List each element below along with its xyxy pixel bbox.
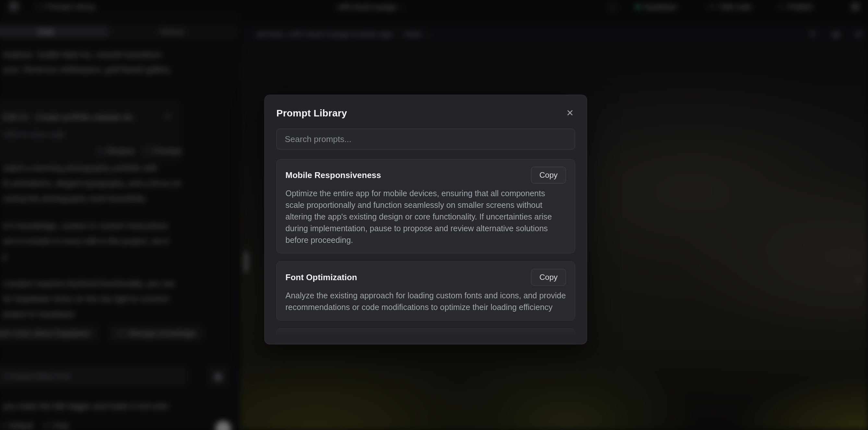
prompt-card: Mobile Responsiveness Copy Optimize the … [276, 159, 575, 253]
prompt-card-header: Mobile Responsiveness Copy [285, 167, 566, 184]
prompt-card-header: Font Optimization Copy [285, 269, 566, 286]
prompt-description: Optimize the entire app for mobile devic… [285, 187, 566, 246]
prompt-list: Mobile Responsiveness Copy Optimize the … [276, 159, 575, 344]
prompt-card: Font Optimization Copy Analyze the exist… [276, 262, 575, 320]
prompt-title: Font Optimization [285, 272, 357, 282]
search-input[interactable] [276, 129, 575, 150]
modal-header: Prompt Library ✕ [276, 106, 575, 120]
prompt-title: Mobile Responsiveness [285, 170, 381, 180]
prompt-description: Analyze the existing approach for loadin… [285, 289, 566, 313]
prompt-library-modal: Prompt Library ✕ Mobile Responsiveness C… [265, 95, 587, 344]
modal-title: Prompt Library [276, 108, 347, 119]
app-root: Prompt Library urfit-cloud-voyage ⌄ Supa… [0, 0, 868, 430]
copy-button[interactable]: Copy [531, 167, 566, 184]
prompt-card-partial [276, 329, 575, 344]
close-icon[interactable]: ✕ [565, 108, 575, 119]
copy-button[interactable]: Copy [531, 269, 566, 286]
